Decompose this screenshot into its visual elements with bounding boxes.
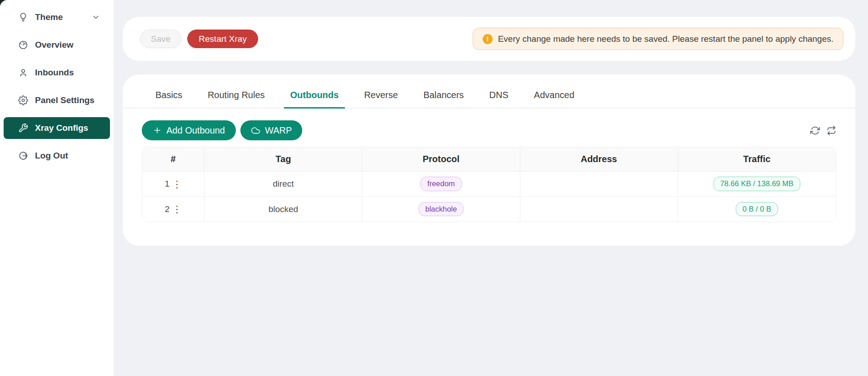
traffic-badge: 0 B / 0 B <box>736 202 778 216</box>
sidebar-item-label: Overview <box>35 40 74 50</box>
add-outbound-button[interactable]: Add Outbound <box>142 120 236 140</box>
address-cell <box>520 172 678 196</box>
gear-icon <box>18 95 28 105</box>
restart-xray-button[interactable]: Restart Xray <box>187 30 258 48</box>
restart-warning-alert: ! Every change made here needs to be sav… <box>473 28 843 50</box>
traffic-cell: 0 B / 0 B <box>678 197 836 222</box>
table-tools <box>810 126 836 135</box>
column-header-address: Address <box>520 147 678 171</box>
refresh-icon[interactable] <box>810 126 820 135</box>
sidebar-item-label: Panel Settings <box>35 95 95 105</box>
sidebar-item-label: Theme <box>35 12 63 22</box>
protocol-cell: freedom <box>362 172 520 196</box>
protocol-badge: blackhole <box>419 202 464 216</box>
table-row: 1 ⋮ direct freedom 78.66 KB / 138.69 MB <box>142 172 836 197</box>
tag-cell: direct <box>205 172 362 196</box>
sidebar-item-overview[interactable]: Overview <box>4 34 110 56</box>
table-row: 2 ⋮ blocked blackhole 0 B / 0 B <box>142 197 836 222</box>
sidebar-item-log-out[interactable]: Log Out <box>4 145 110 167</box>
index-cell: 2 ⋮ <box>142 197 205 222</box>
config-tabs: Basics Routing Rules Outbounds Reverse B… <box>123 90 855 109</box>
wrench-icon <box>18 123 28 133</box>
user-icon <box>18 68 28 78</box>
tab-basics[interactable]: Basics <box>149 90 189 109</box>
warp-label: WARP <box>265 125 292 136</box>
outbounds-action-row: Add Outbound WARP <box>142 120 836 140</box>
column-header-index: # <box>142 147 205 171</box>
traffic-cell: 78.66 KB / 138.69 MB <box>678 172 836 196</box>
protocol-badge: freedom <box>420 177 462 191</box>
row-index: 1 <box>165 179 170 189</box>
index-cell: 1 ⋮ <box>142 172 205 196</box>
traffic-badge: 78.66 KB / 138.69 MB <box>713 177 800 191</box>
tab-routing-rules[interactable]: Routing Rules <box>201 90 271 109</box>
sidebar-item-label: Inbounds <box>35 68 74 78</box>
alert-text: Every change made here needs to be saved… <box>498 34 833 44</box>
sidebar-item-inbounds[interactable]: Inbounds <box>4 62 110 84</box>
row-menu-icon[interactable]: ⋮ <box>172 179 182 189</box>
tab-balancers[interactable]: Balancers <box>417 90 470 109</box>
sidebar: Theme Overview <box>0 0 114 376</box>
warning-icon: ! <box>483 34 493 44</box>
tag-cell: blocked <box>205 197 362 222</box>
column-header-tag: Tag <box>205 147 362 171</box>
warp-button[interactable]: WARP <box>240 120 302 140</box>
sidebar-item-label: Log Out <box>35 151 68 161</box>
sidebar-item-panel-settings[interactable]: Panel Settings <box>4 89 110 111</box>
toolbar-card: Save Restart Xray ! Every change made he… <box>123 17 855 61</box>
tab-outbounds[interactable]: Outbounds <box>284 90 345 109</box>
logout-icon <box>18 151 28 161</box>
cloud-icon <box>251 126 260 135</box>
tab-dns[interactable]: DNS <box>483 90 515 109</box>
tab-reverse[interactable]: Reverse <box>358 90 404 109</box>
dashboard-icon <box>18 40 28 50</box>
column-header-protocol: Protocol <box>362 147 520 171</box>
plus-icon <box>153 126 162 135</box>
tab-advanced[interactable]: Advanced <box>528 90 581 109</box>
bulb-icon <box>18 12 28 22</box>
chevron-down-icon[interactable] <box>92 13 100 21</box>
row-index: 2 <box>165 204 170 214</box>
address-cell <box>520 197 678 222</box>
add-outbound-label: Add Outbound <box>166 125 225 136</box>
xray-config-card: Basics Routing Rules Outbounds Reverse B… <box>123 74 855 246</box>
row-menu-icon[interactable]: ⋮ <box>172 204 182 214</box>
repeat-icon[interactable] <box>827 126 836 135</box>
protocol-cell: blackhole <box>362 197 520 222</box>
sidebar-item-theme[interactable]: Theme <box>4 6 110 28</box>
save-button[interactable]: Save <box>140 30 181 48</box>
column-header-traffic: Traffic <box>678 147 836 171</box>
app-root: Theme Overview <box>0 0 868 376</box>
outbounds-table: # Tag Protocol Address Traffic 1 ⋮ direc… <box>142 147 836 222</box>
sidebar-item-xray-configs[interactable]: Xray Configs <box>4 117 110 139</box>
table-header-row: # Tag Protocol Address Traffic <box>142 147 836 172</box>
sidebar-item-label: Xray Configs <box>35 123 88 133</box>
